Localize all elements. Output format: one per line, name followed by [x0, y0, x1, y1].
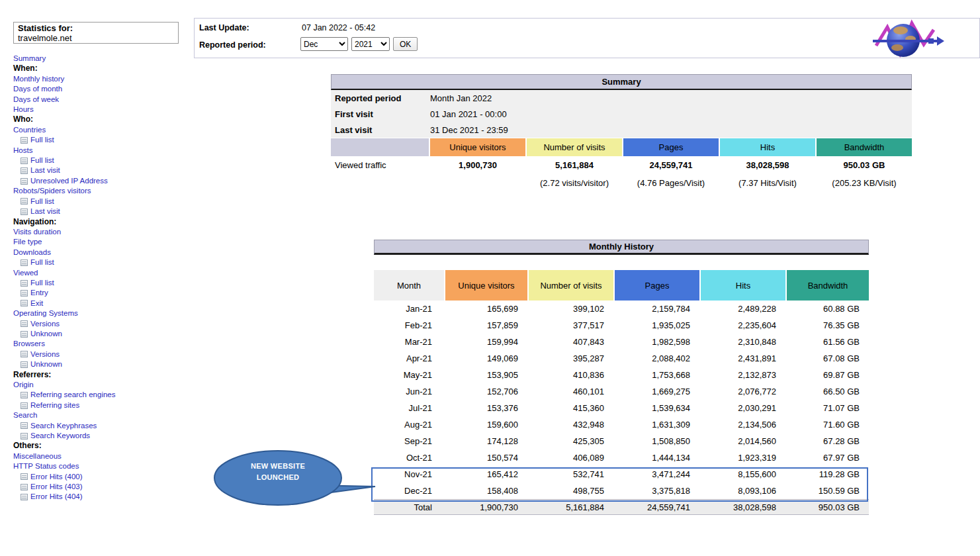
- monthly-row: Dec-21158,408498,7553,375,8188,093,10615…: [374, 483, 869, 499]
- column-header-month: Month: [374, 270, 444, 301]
- month-select[interactable]: Dec: [300, 37, 348, 51]
- sidebar-item-summary[interactable]: Summary: [13, 54, 195, 64]
- monthly-row: May-21153,905410,8361,753,6682,132,87369…: [374, 367, 869, 383]
- sidebar-item-unknown[interactable]: Unknown: [13, 359, 195, 369]
- month-cell: May-21: [374, 370, 444, 380]
- sidebar-item-label: Miscellaneous: [13, 452, 62, 460]
- value-cell: 1,631,309: [615, 420, 699, 430]
- awstats-page: Statistics for: travelmole.net SummaryWh…: [0, 0, 980, 556]
- table-icon: [21, 402, 28, 409]
- table-icon: [21, 494, 28, 500]
- sidebar-item-viewed[interactable]: Viewed: [13, 268, 195, 278]
- sidebar-item-days-of-month[interactable]: Days of month: [13, 84, 195, 94]
- sidebar-item-error-hits-403[interactable]: Error Hits (403): [13, 482, 195, 492]
- table-icon: [21, 392, 28, 398]
- value-cell: 2,132,873: [701, 370, 785, 380]
- summary-info-row: Reported periodMonth Jan 2022: [331, 90, 912, 106]
- ok-button[interactable]: OK: [393, 37, 418, 51]
- month-cell: Jan-21: [374, 304, 444, 314]
- sidebar-item-unknown[interactable]: Unknown: [13, 329, 195, 339]
- value-cell: 71.07 GB: [787, 403, 869, 413]
- summary-info-value: Month Jan 2022: [430, 93, 492, 103]
- table-icon: [21, 320, 28, 327]
- sidebar-item-referring-search-engines[interactable]: Referring search engines: [13, 390, 195, 400]
- total-value-cell: 950.03 GB: [787, 502, 869, 512]
- table-icon: [21, 280, 28, 287]
- sidebar-item-exit[interactable]: Exit: [13, 299, 195, 308]
- sidebar-item-label: Error Hits (404): [30, 492, 83, 502]
- sidebar-item-referring-sites[interactable]: Referring sites: [13, 400, 195, 410]
- sidebar-item-days-of-week[interactable]: Days of week: [13, 95, 195, 105]
- value-cell: 158,408: [445, 486, 527, 496]
- value-cell: 60.88 GB: [787, 304, 869, 314]
- sidebar-item-search-keywords[interactable]: Search Keywords: [13, 431, 195, 441]
- summary-column-headers: Unique visitorsNumber of visitsPagesHits…: [331, 138, 912, 156]
- sidebar-item-countries[interactable]: Countries: [13, 125, 195, 135]
- monthly-history-title: Monthly History: [374, 240, 869, 255]
- monthly-total-row: Total1,900,7305,161,88424,559,74138,028,…: [374, 499, 869, 515]
- value-cell: 1,539,634: [615, 403, 699, 413]
- sidebar-item-http-status-codes[interactable]: HTTP Status codes: [13, 461, 195, 471]
- sidebar-item-label: Downloads: [13, 248, 51, 256]
- sidebar-item-search-keyphrases[interactable]: Search Keyphrases: [13, 421, 195, 431]
- sidebar-item-full-list[interactable]: Full list: [13, 257, 195, 267]
- sidebar-item-label: Versions: [30, 349, 60, 359]
- total-value-cell: 38,028,598: [701, 502, 785, 512]
- sidebar-item-versions[interactable]: Versions: [13, 319, 195, 329]
- sidebar-item-browsers[interactable]: Browsers: [13, 339, 195, 349]
- sidebar-item-visits-duration[interactable]: Visits duration: [13, 227, 195, 237]
- sidebar-item-label: Referrers:: [13, 370, 51, 379]
- sidebar-item-operating-systems[interactable]: Operating Systems: [13, 308, 195, 318]
- value-cell: 3,375,818: [615, 486, 699, 496]
- value-cell: 1,508,850: [615, 436, 699, 446]
- value-cell: 67.08 GB: [787, 353, 869, 363]
- monthly-history-table: Monthly History MonthUnique visitorsNumb…: [374, 240, 869, 515]
- sidebar-item-full-list[interactable]: Full list: [13, 135, 195, 145]
- sidebar-item-hosts[interactable]: Hosts: [13, 146, 195, 156]
- sidebar-item-full-list[interactable]: Full list: [13, 156, 195, 165]
- sidebar-item-entry[interactable]: Entry: [13, 288, 195, 298]
- value-cell: 69.87 GB: [787, 370, 869, 380]
- total-value-cell: 24,559,741: [615, 502, 699, 512]
- value-cell: 159,994: [445, 337, 527, 347]
- value-cell: 2,310,848: [701, 337, 785, 347]
- monthly-column-headers: MonthUnique visitorsNumber of visitsPage…: [374, 270, 869, 301]
- sidebar-item-last-visit[interactable]: Last visit: [13, 207, 195, 216]
- sidebar-item-label: Unknown: [30, 329, 62, 339]
- value-cell: 2,014,560: [701, 436, 785, 446]
- callout-text: NEW WEBSITE LOUNCHED: [218, 461, 337, 483]
- sidebar-item-error-hits-400[interactable]: Error Hits (400): [13, 472, 195, 482]
- sidebar-item-search[interactable]: Search: [13, 410, 195, 420]
- sidebar-item-full-list[interactable]: Full list: [13, 197, 195, 207]
- sidebar-item-unresolved-ip-address[interactable]: Unresolved IP Address: [13, 176, 195, 186]
- sidebar-item-miscellaneous[interactable]: Miscellaneous: [13, 451, 195, 461]
- sidebar-item-error-hits-404[interactable]: Error Hits (404): [13, 492, 195, 502]
- sidebar-item-last-visit[interactable]: Last visit: [13, 165, 195, 175]
- logo-arrow-head: [937, 36, 944, 46]
- value-cell: 407,843: [529, 337, 613, 347]
- sidebar-item-robots-spiders-visitors[interactable]: Robots/Spiders visitors: [13, 186, 195, 196]
- sidebar-item-hours[interactable]: Hours: [13, 105, 195, 115]
- sidebar-section-navigation: Navigation:: [13, 217, 195, 227]
- sidebar-section-referrers: Referrers:: [13, 370, 195, 380]
- sidebar-item-full-list[interactable]: Full list: [13, 278, 195, 288]
- summary-value: 38,028,598: [720, 160, 815, 170]
- value-cell: 119.28 GB: [787, 469, 869, 479]
- year-select[interactable]: 2021: [351, 37, 390, 51]
- table-icon: [21, 259, 28, 266]
- sidebar-item-downloads[interactable]: Downloads: [13, 248, 195, 257]
- sidebar-item-origin[interactable]: Origin: [13, 380, 195, 390]
- table-icon: [21, 198, 28, 205]
- summary-values-row: Viewed traffic1,900,7305,161,88424,559,7…: [331, 156, 912, 174]
- sidebar-item-label: Last visit: [30, 165, 60, 175]
- sidebar-item-versions[interactable]: Versions: [13, 349, 195, 359]
- value-cell: 66.50 GB: [787, 387, 869, 396]
- summary-title: Summary: [331, 74, 912, 90]
- sidebar-item-monthly-history[interactable]: Monthly history: [13, 74, 195, 84]
- sidebar-item-label: Operating Systems: [13, 309, 78, 317]
- sidebar-item-label: Viewed: [13, 269, 38, 277]
- column-header-bandwidth: Bandwidth: [787, 270, 869, 301]
- sidebar-item-file-type[interactable]: File type: [13, 237, 195, 247]
- callout-line2: LOUNCHED: [218, 472, 337, 483]
- value-cell: 1,669,275: [615, 387, 699, 396]
